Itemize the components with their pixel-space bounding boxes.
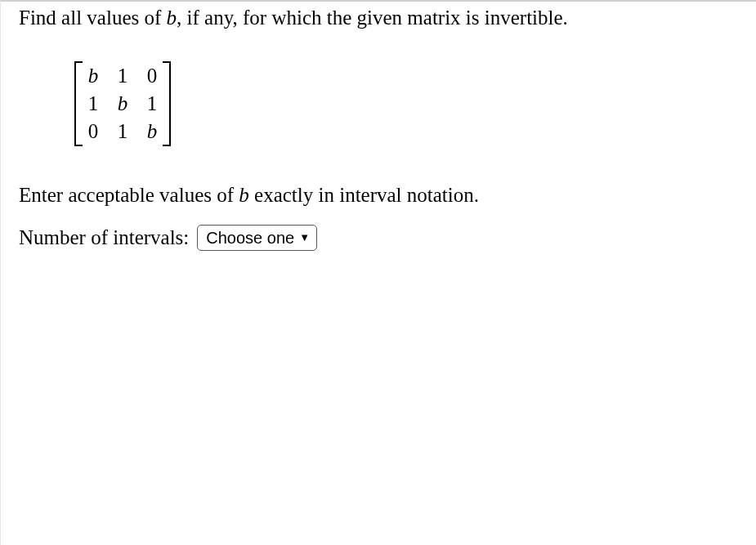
matrix-cell: 1 — [117, 120, 128, 143]
interval-count-dropdown[interactable]: Choose one▼ — [197, 225, 317, 251]
question-suffix: , if any, for which the given matrix is … — [177, 7, 568, 29]
matrix-grid: b 1 0 1 b 1 0 1 b — [83, 61, 163, 146]
matrix-cell: 0 — [87, 120, 99, 143]
question-prefix: Find all values of — [19, 7, 167, 29]
interval-count-row: Number of intervals: Choose one▼ — [19, 225, 740, 251]
question-text: Find all values of b, if any, for which … — [19, 5, 740, 32]
matrix-cell: b — [146, 120, 158, 143]
dropdown-selected-text: Choose one — [206, 228, 294, 248]
chevron-down-icon: ▼ — [299, 231, 310, 244]
interval-count-label: Number of intervals: — [19, 226, 189, 249]
matrix-cell: 1 — [117, 65, 128, 87]
instruction-suffix: exactly in interval notation. — [249, 184, 479, 206]
instruction-variable: b — [239, 184, 249, 206]
matrix-cell: 1 — [146, 92, 158, 115]
matrix: b 1 0 1 b 1 0 1 b — [74, 61, 740, 146]
instruction-prefix: Enter acceptable values of — [19, 184, 239, 206]
matrix-cell: b — [87, 65, 99, 87]
matrix-left-bracket — [74, 61, 83, 146]
matrix-cell: 0 — [146, 65, 158, 87]
problem-page: Find all values of b, if any, for which … — [0, 0, 756, 545]
matrix-right-bracket — [163, 61, 171, 146]
matrix-cell: b — [117, 92, 128, 115]
question-variable: b — [167, 7, 177, 29]
instruction-text: Enter acceptable values of b exactly in … — [19, 184, 740, 207]
matrix-cell: 1 — [87, 92, 99, 115]
